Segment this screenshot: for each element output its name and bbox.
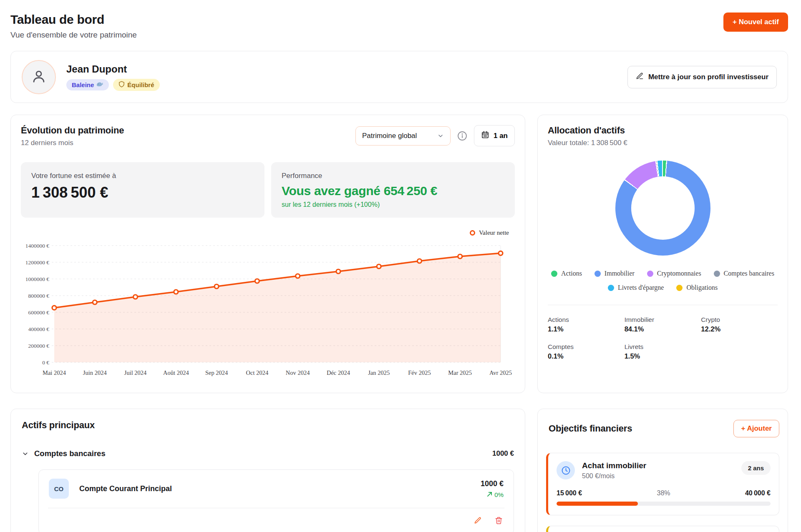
delete-asset-button[interactable] xyxy=(494,516,504,527)
asset-allocation-card: Allocation d'actifs Valeur totale: 1 308… xyxy=(537,115,788,393)
svg-text:800000 €: 800000 € xyxy=(28,293,49,299)
assets-title: Actifs principaux xyxy=(22,420,514,431)
tier-badge: Baleine xyxy=(66,79,109,90)
legend-label: Immobilier xyxy=(605,270,635,277)
chart-legend: Valeur nette xyxy=(21,229,515,236)
evolution-heading: Évolution du patrimoine 12 derniers mois xyxy=(21,125,124,147)
allocation-stat: Livrets1.5% xyxy=(625,343,701,360)
chevron-down-icon[interactable] xyxy=(22,450,29,457)
svg-text:Oct 2024: Oct 2024 xyxy=(246,369,269,376)
allocation-legend-item: Immobilier xyxy=(594,270,635,277)
asset-group-total: 1000 € xyxy=(492,449,514,458)
allocation-stat: Crypto12.2% xyxy=(701,316,778,333)
page-heading: Tableau de bord Vue d'ensemble de votre … xyxy=(10,13,137,40)
goal-name: Achat immobilier xyxy=(582,461,646,470)
allocation-legend-item: Livrets d'épargne xyxy=(608,284,664,291)
update-profile-button[interactable]: Mettre à jour son profil investisseur xyxy=(627,66,777,88)
goal-card-japan-trip: Voyage au Japon 1 an 2 mois xyxy=(546,526,779,532)
allocation-title: Allocation d'actifs xyxy=(548,125,778,136)
goal-card-real-estate: Achat immobilier 500 €/mois 2 ans 15 000… xyxy=(546,453,779,515)
svg-text:Juil 2024: Juil 2024 xyxy=(124,369,147,376)
asset-name: Compte Courant Principal xyxy=(79,484,172,493)
legend-label: Livrets d'épargne xyxy=(618,284,664,291)
allocation-stat-label: Actions xyxy=(548,316,625,324)
chevron-down-icon xyxy=(437,133,444,139)
allocation-legend-row-2: Livrets d'épargneObligations xyxy=(548,284,778,291)
goal-monthly: 500 €/mois xyxy=(582,472,646,480)
allocation-stat: Immobilier84.1% xyxy=(625,316,701,333)
fortune-box: Votre fortune est estimée à 1 308 500 € xyxy=(21,162,264,218)
profile-name: Jean Dupont xyxy=(66,63,160,75)
allocation-stat-label: Immobilier xyxy=(625,316,701,324)
divider xyxy=(48,508,504,508)
goal-duration-badge: 2 ans xyxy=(741,461,771,475)
allocation-legend-item: Actions xyxy=(551,270,582,277)
risk-profile-label: Équilibré xyxy=(127,81,154,88)
user-icon xyxy=(30,68,48,87)
avatar xyxy=(22,60,56,94)
page-header: Tableau de bord Vue d'ensemble de votre … xyxy=(10,13,788,40)
goal-target-amount: 40 000 € xyxy=(745,489,771,497)
edit-asset-button[interactable] xyxy=(473,516,483,527)
allocation-stat-value: 0.1% xyxy=(548,352,625,360)
svg-text:Juin 2024: Juin 2024 xyxy=(83,369,107,376)
performance-label: Performance xyxy=(282,172,504,180)
fortune-label: Votre fortune est estimée à xyxy=(31,172,254,180)
allocation-stat-value: 12.2% xyxy=(701,325,778,333)
divider xyxy=(548,305,778,305)
risk-profile-badge: Équilibré xyxy=(113,79,159,91)
svg-text:200000 €: 200000 € xyxy=(28,343,49,349)
legend-label: Obligations xyxy=(686,284,718,291)
update-profile-label: Mettre à jour son profil investisseur xyxy=(648,73,768,81)
legend-dot-icon xyxy=(676,285,683,291)
period-button[interactable]: 1 an xyxy=(474,125,515,146)
legend-dot-icon xyxy=(594,271,601,277)
fortune-value: 1 308 500 € xyxy=(31,184,254,201)
wealth-evolution-card: Évolution du patrimoine 12 derniers mois… xyxy=(10,115,525,393)
allocation-stat-value: 1.1% xyxy=(548,325,625,333)
legend-ring-icon xyxy=(470,230,475,236)
goals-title: Objectifs financiers xyxy=(549,423,632,434)
goal-progress-fill xyxy=(557,502,638,506)
svg-text:600000 €: 600000 € xyxy=(28,309,49,316)
legend-label: Cryptomonnaies xyxy=(657,270,701,277)
svg-text:Fév 2025: Fév 2025 xyxy=(408,369,431,376)
allocation-donut-chart xyxy=(615,161,710,256)
financial-goals-card: Objectifs financiers + Ajouter Achat imm… xyxy=(537,409,788,532)
add-goal-button[interactable]: + Ajouter xyxy=(733,420,779,437)
legend-dot-icon xyxy=(647,271,653,277)
allocation-legend-row-1: ActionsImmobilierCryptomonnaiesComptes b… xyxy=(548,270,778,277)
svg-text:Avr 2025: Avr 2025 xyxy=(489,369,512,376)
shield-icon xyxy=(118,81,125,89)
evolution-subtitle: 12 derniers mois xyxy=(21,139,124,147)
scope-select[interactable]: Patrimoine global xyxy=(355,126,451,146)
net-worth-line-chart: 0 €200000 €400000 €600000 €800000 €10000… xyxy=(21,238,516,380)
svg-text:1200000 €: 1200000 € xyxy=(25,259,50,266)
evolution-title: Évolution du patrimoine xyxy=(21,125,124,136)
info-icon[interactable] xyxy=(457,130,468,141)
allocation-stat-label: Crypto xyxy=(701,316,778,324)
new-asset-button[interactable]: + Nouvel actif xyxy=(723,13,788,32)
calendar-icon xyxy=(481,130,489,141)
legend-dot-icon xyxy=(608,285,614,291)
donut-hole xyxy=(631,176,695,240)
page-subtitle: Vue d'ensemble de votre patrimoine xyxy=(10,30,137,40)
asset-group-name[interactable]: Comptes bancaires xyxy=(34,449,106,458)
goal-current-amount: 15 000 € xyxy=(557,489,582,497)
legend-label: Actions xyxy=(561,270,582,277)
performance-box: Performance Vous avez gagné 654 250 € su… xyxy=(271,162,515,218)
svg-text:Août 2024: Août 2024 xyxy=(163,369,189,376)
asset-value: 1000 € xyxy=(481,479,504,488)
scope-select-value: Patrimoine global xyxy=(362,132,417,140)
pen-icon xyxy=(636,72,644,82)
svg-text:Mai 2024: Mai 2024 xyxy=(43,369,66,376)
profile-card: Jean Dupont Baleine xyxy=(10,51,788,103)
performance-value: Vous avez gagné 654 250 € xyxy=(282,184,504,198)
period-label: 1 an xyxy=(494,132,508,140)
legend-label: Comptes bancaires xyxy=(724,270,774,277)
svg-text:Nov 2024: Nov 2024 xyxy=(286,369,310,376)
svg-text:1400000 €: 1400000 € xyxy=(25,243,50,249)
main-assets-card: Actifs principaux Comptes bancaires 1000… xyxy=(10,409,525,532)
allocation-legend-item: Obligations xyxy=(676,284,718,291)
asset-group-row: Comptes bancaires 1000 € xyxy=(22,449,514,458)
